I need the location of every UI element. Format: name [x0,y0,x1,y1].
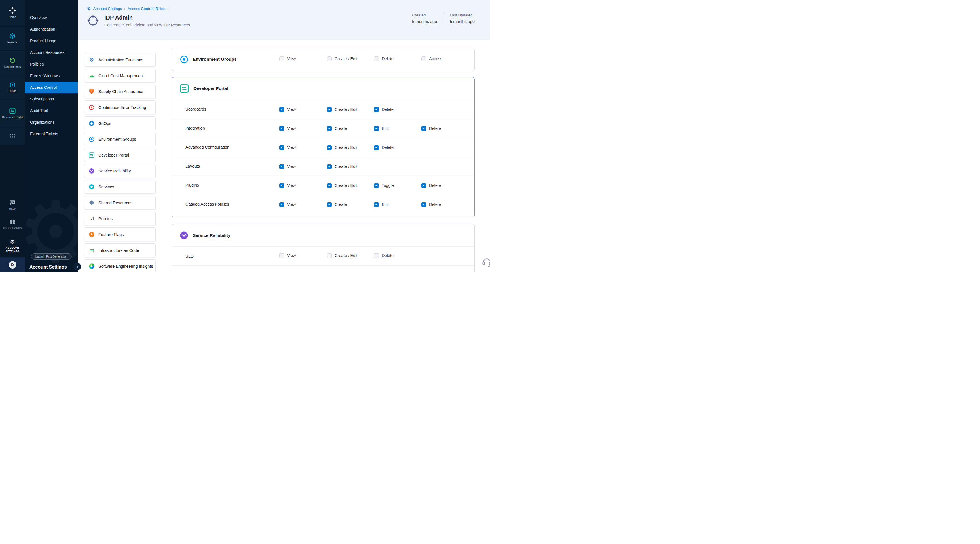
checkbox-icon[interactable] [327,202,332,207]
sidebar-item-subscriptions[interactable]: Subscriptions [25,93,78,105]
permission-checkbox[interactable]: View [279,183,296,188]
permission-checkbox[interactable]: Create / Edit [327,253,358,258]
permission-checkbox[interactable]: Create / Edit [327,164,358,169]
checkbox-icon[interactable] [279,164,284,169]
permission-checkbox[interactable]: Delete [422,202,441,207]
checkbox-icon[interactable] [279,253,284,258]
permission-checkbox[interactable]: Create / Edit [327,183,358,188]
rail-item-builds[interactable]: Builds [0,75,25,100]
checkbox-icon[interactable] [374,202,379,207]
rail-item-projects[interactable]: Projects [0,27,25,51]
user-avatar[interactable]: D [9,261,16,269]
checkbox-icon[interactable] [422,202,426,207]
checkbox-icon[interactable] [422,126,426,131]
rail-item-developer-portal[interactable]: Developer Portal [0,100,25,128]
resource-continuous-error-tracking[interactable]: Continuous Error Tracking [84,100,156,114]
sidebar-item-policies[interactable]: Policies [25,59,78,70]
permission-checkbox[interactable]: Delete [374,107,394,112]
sidebar-item-access-control[interactable]: Access Control [25,82,78,93]
permission-checkbox[interactable]: Create / Edit [327,145,358,150]
resource-environment-groups[interactable]: Environment Groups [84,132,156,146]
checkbox-icon[interactable] [279,183,284,188]
resource-feature-flags[interactable]: ⚑ Feature Flags [84,227,156,241]
breadcrumb-account-settings[interactable]: Account Settings [93,6,122,11]
resource-infrastructure-as-code[interactable]: ▤ Infrastructure as Code [84,243,156,257]
rail-item-account-settings[interactable]: ⚙ ACCOUNT SETTINGS [0,235,25,257]
checkbox-icon[interactable] [374,253,379,258]
permission-checkbox[interactable]: Delete [374,56,394,61]
sidebar-item-overview[interactable]: Overview [25,12,78,24]
checkbox-icon[interactable] [279,56,284,61]
checkbox-icon[interactable] [422,183,426,188]
breadcrumb-access-control-roles[interactable]: Access Control: Roles [127,6,165,11]
sidebar-item-product-usage[interactable]: Product Usage [25,35,78,47]
permission-checkbox[interactable]: Create [327,126,347,131]
permission-checkbox[interactable]: Create / Edit [327,107,358,112]
permission-checkbox[interactable]: View [279,56,296,61]
sidebar-item-authentication[interactable]: Authentication [25,24,78,35]
permission-checkbox[interactable]: Delete [422,183,441,188]
permission-checkbox[interactable]: Create [327,202,347,207]
permission-checkbox[interactable]: View [279,202,296,207]
permission-checkbox[interactable]: Edit [374,126,389,131]
rail-item-module-picker[interactable] [0,128,25,145]
rail-item-dashboards[interactable]: DASHBOARDS [0,215,25,235]
checkbox-icon[interactable] [374,56,379,61]
permission-checkbox[interactable]: Toggle [374,183,394,188]
resource-software-engineering-insights[interactable]: Software Engineering Insights [84,259,156,272]
resource-policies[interactable]: ☑ Policies [84,212,156,226]
permission-checkbox[interactable]: View [279,164,296,169]
resource-cloud-cost-management[interactable]: ☁ Cloud Cost Management [84,68,156,83]
permission-checkbox[interactable]: Delete [374,253,394,258]
checkbox-icon[interactable] [327,56,332,61]
reliability-wave-icon [89,168,95,174]
sidebar-item-account-resources[interactable]: Account Resources [25,47,78,59]
checkbox-icon[interactable] [279,202,284,207]
checkbox-icon[interactable] [279,107,284,112]
sidebar-collapse-button[interactable]: ‹ [74,263,81,270]
section-header: Service Reliability [172,224,474,247]
sidebar-item-external-tickets[interactable]: External Tickets [25,128,78,140]
sidebar-item-freeze-windows[interactable]: Freeze Windows [25,70,78,82]
permission-label: Delete [382,253,394,258]
permission-checkbox[interactable]: Delete [422,126,441,131]
sidebar-item-audit-trail[interactable]: Audit Trail [25,105,78,116]
permission-checkbox[interactable]: Delete [374,145,394,150]
checkbox-icon[interactable] [374,183,379,188]
permission-label: Edit [382,202,389,207]
launch-first-generation-button[interactable]: Launch First Generation [31,253,72,259]
resource-developer-portal[interactable]: Developer Portal [84,148,156,162]
resource-services[interactable]: Services [84,180,156,194]
permission-cell: Edit [374,202,422,207]
rail-item-help[interactable]: HELP [0,196,25,215]
sidebar-item-organizations[interactable]: Organizations [25,116,78,128]
checkbox-icon[interactable] [374,145,379,150]
checkbox-icon[interactable] [327,126,332,131]
permission-checkbox[interactable]: View [279,145,296,150]
permission-checkbox[interactable]: View [279,253,296,258]
checkbox-icon[interactable] [327,253,332,258]
checkbox-icon[interactable] [279,145,284,150]
permission-checkbox[interactable]: View [279,107,296,112]
resource-gitops[interactable]: GitOps [84,116,156,130]
checkbox-icon[interactable] [374,107,379,112]
checkbox-icon[interactable] [422,56,426,61]
checkbox-icon[interactable] [374,126,379,131]
support-headset-icon[interactable] [482,257,490,268]
permission-checkbox[interactable]: Edit [374,202,389,207]
role-meta: Created 5 months ago Last Updated 5 mont… [412,13,475,24]
rail-item-home[interactable]: Home [0,0,25,27]
permission-checkbox[interactable]: Create / Edit [327,56,358,61]
checkbox-icon[interactable] [327,183,332,188]
checkbox-icon[interactable] [327,164,332,169]
resource-administrative-functions[interactable]: ⚙ Administrative Functions [84,53,156,67]
rail-item-deployments[interactable]: Deployments [0,51,25,75]
resource-shared-resources[interactable]: Shared Resources [84,196,156,210]
checkbox-icon[interactable] [327,145,332,150]
checkbox-icon[interactable] [327,107,332,112]
resource-service-reliability[interactable]: Service Reliability [84,164,156,178]
checkbox-icon[interactable] [279,126,284,131]
permission-checkbox[interactable]: View [279,126,296,131]
resource-supply-chain-assurance[interactable]: ✓ Supply Chain Assurance [84,84,156,99]
permission-checkbox[interactable]: Access [422,56,442,61]
